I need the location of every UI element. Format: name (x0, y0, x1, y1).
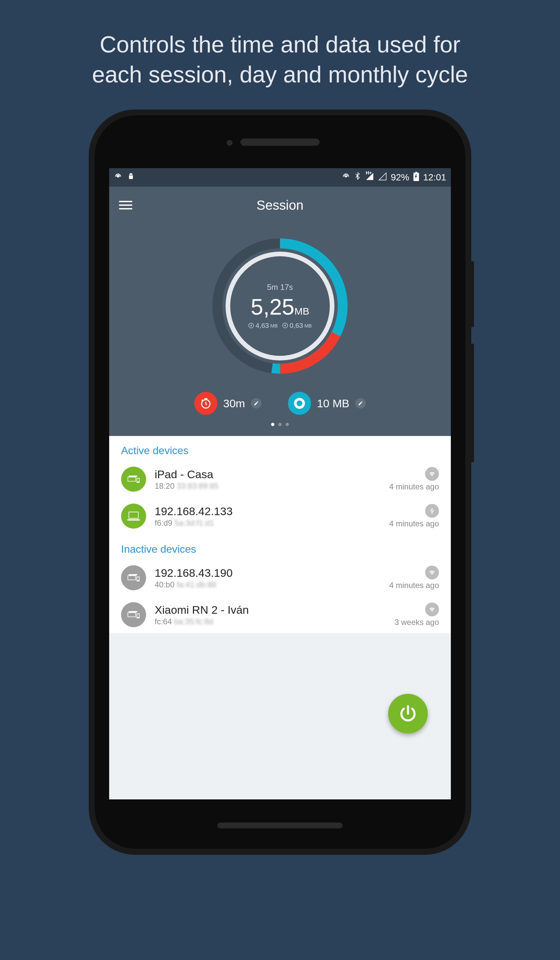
devices-icon (121, 602, 146, 627)
promo-headline: Controls the time and data used for each… (66, 30, 494, 90)
android-icon (127, 172, 135, 183)
svg-rect-13 (137, 478, 139, 482)
laptop-icon (121, 504, 146, 529)
svg-point-11 (295, 399, 303, 407)
gauge-download: 4,63MB (248, 322, 278, 330)
signal-icon: H+ (365, 172, 374, 183)
phone-frame: H+ 92% 12:01 Session (89, 109, 471, 855)
session-hero: 5m 17s 5,25MB 4,63MB 0,63MB (109, 224, 451, 436)
phone-bottom-speaker (218, 822, 342, 829)
battery-text: 92% (391, 172, 409, 183)
device-row-inactive-1[interactable]: Xiaomi RN 2 - Iván fc:64 ba:35:fc:8d 3 w… (109, 596, 451, 633)
device-last-seen: 4 minutes ago (389, 581, 439, 590)
device-row-active-0[interactable]: iPad - Casa 18:20 33:83:89:85 4 minutes … (109, 461, 451, 498)
data-limit-value: 10 MB (317, 397, 349, 410)
devices-icon (121, 467, 146, 492)
svg-rect-3 (415, 172, 417, 173)
power-fab[interactable] (388, 694, 428, 733)
device-row-inactive-0[interactable]: 192.168.43.190 40:b0 fa:41:db:88 4 minut… (109, 559, 451, 596)
phone-speaker (240, 139, 320, 146)
signal-empty-icon (378, 172, 387, 183)
phone-camera (227, 140, 232, 146)
svg-rect-18 (137, 577, 139, 580)
time-limit-value: 30m (223, 397, 245, 410)
device-mac: fc:64 ba:35:fc:8d (155, 617, 386, 626)
pager-dots[interactable] (271, 423, 289, 426)
svg-point-0 (117, 176, 119, 177)
clock-text: 12:01 (423, 172, 446, 183)
device-mac: 40:b0 fa:41:db:88 (155, 580, 381, 589)
device-last-seen: 4 minutes ago (389, 482, 439, 491)
inactive-devices-title: Inactive devices (109, 534, 451, 559)
wifi-icon (425, 566, 439, 579)
device-mac: 18:20 33:83:89:85 (155, 482, 381, 491)
gauge-data-value: 5,25 (251, 294, 294, 319)
hotspot-icon (114, 172, 122, 183)
gauge-data-unit: MB (294, 306, 309, 317)
status-bar: H+ 92% 12:01 (109, 168, 451, 187)
svg-rect-12 (128, 478, 136, 481)
device-list: Active devices iPad - Casa 18:20 33:83:8… (109, 436, 451, 633)
svg-rect-17 (128, 576, 136, 580)
limits-row: 30m 10 MB (194, 392, 366, 415)
device-mac: f6:d9 5a:3d:f1:d1 (155, 518, 381, 528)
usage-gauge[interactable]: 5m 17s 5,25MB 4,63MB 0,63MB (208, 234, 352, 379)
edit-data-button[interactable] (355, 398, 366, 409)
device-name: 192.168.43.190 (155, 566, 381, 579)
data-icon (288, 392, 311, 415)
phone-screen: H+ 92% 12:01 Session (109, 168, 451, 799)
device-row-active-1[interactable]: 192.168.42.133 f6:d9 5a:3d:f1:d1 4 minut… (109, 498, 451, 534)
edit-time-button[interactable] (251, 398, 262, 409)
data-limit[interactable]: 10 MB (288, 392, 366, 415)
usb-icon (425, 504, 439, 518)
phone-power-button (470, 261, 474, 327)
gauge-upload: 0,63MB (282, 322, 312, 330)
bluetooth-icon (354, 172, 361, 183)
battery-icon (413, 172, 419, 183)
wifi-icon (425, 467, 439, 481)
app-bar-title: Session (119, 198, 441, 213)
cast-icon (342, 172, 350, 183)
device-name: Xiaomi RN 2 - Iván (155, 603, 386, 616)
device-last-seen: 4 minutes ago (389, 519, 439, 528)
wifi-icon (425, 603, 439, 616)
device-name: 192.168.42.133 (155, 505, 381, 518)
time-limit[interactable]: 30m (194, 392, 262, 415)
svg-rect-20 (137, 614, 139, 617)
svg-rect-15 (129, 512, 138, 518)
device-last-seen: 3 weeks ago (394, 618, 439, 627)
svg-rect-19 (128, 613, 136, 617)
app-bar: Session (109, 187, 451, 224)
active-devices-title: Active devices (109, 436, 451, 461)
device-name: iPad - Casa (155, 468, 381, 481)
svg-rect-16 (127, 519, 140, 521)
promo-line-2: each session, day and monthly cycle (92, 62, 468, 87)
devices-icon (121, 565, 146, 590)
phone-volume-button (470, 344, 474, 462)
timer-icon (194, 392, 218, 415)
promo-line-1: Controls the time and data used for (99, 32, 460, 58)
svg-point-1 (345, 176, 347, 177)
gauge-elapsed-time: 5m 17s (248, 283, 312, 292)
